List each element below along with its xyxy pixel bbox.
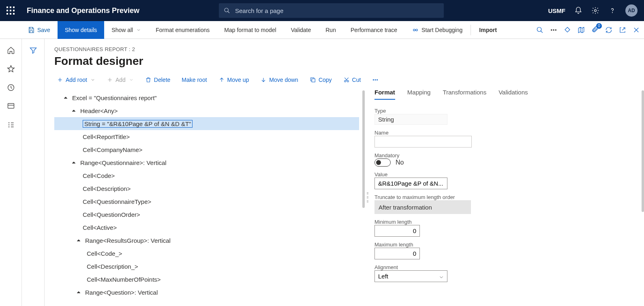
help-icon[interactable]: [608, 6, 616, 15]
svg-point-14: [373, 79, 374, 80]
mandatory-toggle[interactable]: [374, 158, 391, 167]
tree-node[interactable]: Cell<Description_>: [54, 260, 359, 273]
tree-node[interactable]: Range<Questionnaire>: Vertical: [54, 156, 359, 169]
show-details-button[interactable]: Show details: [58, 21, 104, 39]
avatar[interactable]: AD: [625, 4, 638, 17]
nav-rail: [0, 21, 22, 306]
tree-node[interactable]: Cell<Active>: [54, 221, 359, 234]
move-down-button[interactable]: Move down: [258, 75, 301, 85]
splitter[interactable]: [365, 89, 370, 306]
svg-point-8: [551, 29, 552, 30]
tab-format[interactable]: Format: [374, 89, 395, 100]
tree-node[interactable]: Cell<MaxNumberOfPoints>: [54, 273, 359, 286]
mandatory-label: Mandatory: [374, 152, 476, 158]
tree-node[interactable]: Cell<Description>: [54, 182, 359, 195]
cut-button[interactable]: Cut: [341, 75, 364, 85]
breadcrumb: QUESTIONNAIRES REPORT : 2: [54, 46, 637, 52]
company-picker[interactable]: USMF: [548, 7, 566, 14]
tree-node[interactable]: Header<Any>: [54, 104, 359, 117]
name-input[interactable]: [374, 136, 472, 148]
overflow-icon[interactable]: [550, 26, 557, 34]
import-button[interactable]: Import: [472, 21, 504, 39]
tree-node[interactable]: Excel = "Questionnaires report": [54, 91, 359, 104]
performance-trace-button[interactable]: Performance trace: [343, 21, 404, 39]
close-icon[interactable]: [633, 26, 640, 34]
alignment-select[interactable]: [374, 270, 447, 282]
tree-node-selected[interactable]: String = "&R&10Page &P of &N &D &T": [54, 117, 359, 130]
tree-node[interactable]: Range<ResultsGroup>: Vertical: [54, 234, 359, 247]
chevron-down-icon: [439, 274, 444, 280]
map-format-button[interactable]: Map format to model: [217, 21, 283, 39]
trash-icon: [145, 77, 152, 83]
tab-transformations[interactable]: Transformations: [443, 89, 486, 100]
search-box[interactable]: Search for a page: [219, 3, 444, 18]
tree-node[interactable]: Cell<QuestionOrder>: [54, 208, 359, 221]
page-header: QUESTIONNAIRES REPORT : 2 Format designe…: [45, 39, 644, 68]
svg-point-0: [225, 8, 228, 12]
filter-pane: [22, 39, 45, 306]
attachments-button[interactable]: 0: [591, 26, 599, 34]
tree-node[interactable]: Cell<ReportTitle>: [54, 130, 359, 143]
collapse-icon[interactable]: [75, 237, 82, 244]
title-bar-right: USMF AD: [548, 4, 644, 17]
max-length-input[interactable]: [374, 248, 420, 259]
action-bar: Save Show details Show all Format enumer…: [0, 21, 644, 39]
add-root-button[interactable]: Add root: [54, 75, 98, 85]
svg-point-5: [413, 29, 415, 31]
workspace-icon[interactable]: [7, 102, 15, 110]
star-icon[interactable]: [7, 65, 15, 73]
tree-node[interactable]: Cell<Code_>: [54, 247, 359, 260]
save-button[interactable]: Save: [22, 21, 58, 39]
collapse-icon[interactable]: [71, 159, 77, 166]
copy-icon: [310, 77, 316, 83]
props-tabs: Format Mapping Transformations Validatio…: [374, 89, 632, 104]
collapse-icon[interactable]: [75, 289, 82, 295]
collapse-icon[interactable]: [62, 94, 69, 101]
make-root-button[interactable]: Make root: [179, 75, 209, 85]
start-debugging-button[interactable]: Start Debugging: [404, 21, 470, 39]
home-icon[interactable]: [7, 46, 15, 54]
waffle-button[interactable]: [0, 6, 21, 15]
bell-icon[interactable]: [574, 6, 582, 15]
add-button: Add: [104, 75, 136, 85]
type-label: Type: [374, 108, 476, 114]
attach-icon[interactable]: [564, 26, 571, 34]
show-all-button[interactable]: Show all: [104, 21, 148, 39]
separator: [471, 25, 471, 35]
format-enumerations-button[interactable]: Format enumerations: [148, 21, 217, 39]
refresh-icon[interactable]: [605, 26, 612, 34]
move-up-button[interactable]: Move up: [216, 75, 252, 85]
tree-node[interactable]: Cell<Code>: [54, 169, 359, 182]
min-length-input[interactable]: [374, 225, 420, 237]
filter-icon[interactable]: [29, 46, 37, 54]
truncate-label: Truncate to maximum length order: [374, 194, 476, 200]
search-action-icon[interactable]: [536, 26, 543, 34]
tab-mapping[interactable]: Mapping: [407, 89, 431, 100]
run-button[interactable]: Run: [318, 21, 343, 39]
waffle-icon: [6, 6, 15, 15]
recent-icon[interactable]: [7, 83, 15, 92]
properties-form: Type String Name Mandatory No Value: [374, 104, 476, 282]
collapse-icon[interactable]: [71, 107, 77, 114]
modules-icon[interactable]: [7, 121, 15, 129]
svg-point-15: [375, 79, 376, 80]
popout-icon[interactable]: [619, 26, 626, 34]
delete-button[interactable]: Delete: [143, 75, 173, 85]
tab-validations[interactable]: Validations: [499, 89, 528, 100]
props-scrollbar[interactable]: [642, 90, 644, 212]
tree-scrollbar[interactable]: [362, 90, 365, 208]
gear-icon[interactable]: [591, 6, 599, 15]
copy-button[interactable]: Copy: [307, 75, 334, 85]
validate-button[interactable]: Validate: [284, 21, 319, 39]
tree-node[interactable]: Cell<QuestionnaireType>: [54, 195, 359, 208]
tree-node[interactable]: Cell<CompanyName>: [54, 143, 359, 156]
tree-node[interactable]: Range<Question>: Vertical: [54, 286, 359, 299]
min-length-label: Minimum length: [374, 219, 476, 225]
truncate-dropdown[interactable]: After transformation: [374, 200, 471, 214]
value-input[interactable]: [374, 178, 447, 189]
chevron-down-icon: [90, 77, 95, 82]
more-button[interactable]: [370, 75, 381, 85]
map-icon[interactable]: [578, 26, 585, 34]
svg-point-2: [612, 13, 613, 13]
format-tree[interactable]: Excel = "Questionnaires report" Header<A…: [54, 89, 365, 299]
